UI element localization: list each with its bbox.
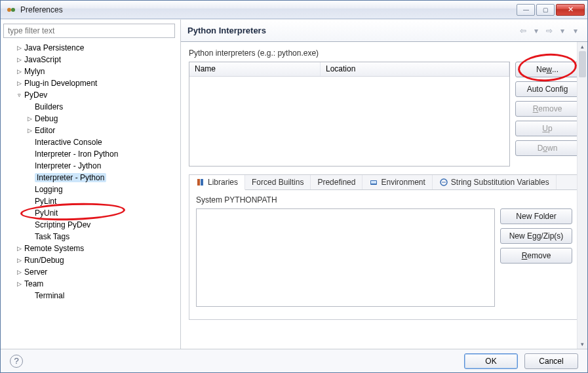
tree-item[interactable]: ▷PyLint — [3, 195, 178, 207]
back-menu-icon[interactable]: ▾ — [531, 26, 541, 35]
filter-input[interactable] — [3, 24, 175, 38]
tree-item[interactable]: ▷Java Persistence — [3, 42, 178, 54]
tree-item-label: Interactive Console — [35, 138, 102, 147]
detail-panel: Python Interpreters ⇦ ▾ ⇨ ▾ ▾ Python int… — [181, 20, 587, 349]
back-icon[interactable]: ⇦ — [518, 26, 528, 35]
tree-item-label: Interpreter - Python — [35, 173, 106, 182]
tree-item[interactable]: ▷Editor — [3, 125, 178, 136]
tree-item[interactable]: ▷Interpreter - Jython — [3, 160, 178, 172]
maximize-button[interactable]: ▢ — [536, 4, 555, 16]
tree-item[interactable]: ▷Run/Debug — [3, 254, 178, 266]
expand-icon: ▷ — [26, 222, 33, 228]
svg-rect-3 — [201, 179, 203, 186]
collapse-icon[interactable]: ▿ — [15, 92, 23, 98]
scroll-thumb[interactable] — [579, 51, 586, 77]
tree-item-label: Interpreter - Iron Python — [35, 149, 118, 159]
view-menu-icon[interactable]: ▾ — [570, 26, 581, 35]
tree-item-label: Logging — [35, 185, 63, 194]
sub-tabs: Libraries Forced Builtins Predefined Env… — [189, 174, 579, 320]
tree-item[interactable]: ▷Server — [3, 266, 178, 278]
tree-item[interactable]: ▷Task Tags — [3, 231, 178, 243]
dialog-footer: ? OK Cancel — [1, 349, 587, 372]
minimize-button[interactable]: — — [517, 4, 535, 16]
tree-item[interactable]: ▷Interpreter - Iron Python — [3, 148, 178, 160]
expand-icon[interactable]: ▷ — [15, 56, 23, 63]
tree-item-label: Terminal — [35, 291, 64, 300]
tree-item-label: Builders — [35, 102, 63, 111]
window-title: Preferences — [20, 5, 515, 14]
expand-icon[interactable]: ▷ — [26, 127, 33, 134]
ok-button[interactable]: OK — [464, 353, 518, 369]
tree-item-label: PyDev — [24, 90, 47, 100]
tree-item[interactable]: ▷Plug-in Development — [3, 77, 178, 89]
tab-environment[interactable]: Environment — [363, 175, 432, 189]
pythonpath-list[interactable] — [196, 208, 495, 307]
vertical-scrollbar[interactable]: ▴ ▾ — [577, 42, 587, 349]
expand-icon: ▷ — [26, 198, 33, 205]
expand-icon: ▷ — [26, 186, 33, 193]
tree-item[interactable]: ▷Debug — [3, 113, 178, 125]
preferences-tree[interactable]: ▷Java Persistence▷JavaScript▷Mylyn▷Plug-… — [3, 41, 178, 336]
close-button[interactable]: ✕ — [556, 4, 585, 16]
tree-item[interactable]: ▿PyDev — [3, 89, 178, 101]
tree-item-label: Server — [24, 267, 47, 277]
cancel-button[interactable]: Cancel — [524, 353, 578, 369]
remove-button[interactable]: Remove — [515, 101, 579, 117]
expand-icon[interactable]: ▷ — [15, 68, 23, 75]
column-location[interactable]: Location — [321, 62, 509, 76]
tree-item[interactable]: ▷JavaScript — [3, 54, 178, 66]
new-egg-button[interactable]: New Egg/Zip(s) — [500, 228, 572, 244]
tree-item-label: Remote Systems — [24, 244, 84, 253]
environment-icon — [369, 178, 378, 187]
up-button[interactable]: Up — [515, 121, 579, 136]
tree-item[interactable]: ▷Builders — [3, 101, 178, 113]
preferences-window: Preferences — ▢ ✕ ▷Java Persistence▷Java… — [0, 0, 588, 373]
tree-item[interactable]: ▷Interactive Console — [3, 136, 178, 148]
new-button[interactable]: New... — [515, 62, 579, 77]
expand-icon: ▷ — [26, 151, 33, 157]
svg-rect-5 — [371, 181, 376, 184]
tree-item-label: Plug-in Development — [24, 79, 97, 88]
expand-icon[interactable]: ▷ — [15, 80, 23, 87]
tab-forced-builtins[interactable]: Forced Builtins — [245, 175, 311, 189]
tab-libraries[interactable]: Libraries — [189, 175, 245, 190]
tree-item-label: JavaScript — [24, 55, 61, 64]
expand-icon[interactable]: ▷ — [15, 45, 23, 51]
expand-icon: ▷ — [26, 292, 33, 299]
tree-item[interactable]: ▷Mylyn — [3, 66, 178, 77]
expand-icon: ▷ — [26, 233, 33, 240]
app-icon — [6, 5, 16, 15]
interpreter-table[interactable]: Name Location — [189, 62, 510, 167]
down-button[interactable]: Down — [515, 140, 579, 156]
expand-icon[interactable]: ▷ — [15, 281, 23, 287]
forward-menu-icon[interactable]: ▾ — [557, 26, 568, 35]
help-button[interactable]: ? — [10, 355, 23, 368]
tree-item[interactable]: ▷Scripting PyDev — [3, 219, 178, 231]
scroll-up-icon[interactable]: ▴ — [578, 42, 587, 51]
column-name[interactable]: Name — [189, 62, 321, 76]
tree-item-label: Debug — [35, 114, 58, 123]
expand-icon[interactable]: ▷ — [26, 115, 33, 122]
tab-string-substitution[interactable]: String Substitution Variables — [433, 175, 557, 189]
tab-predefined[interactable]: Predefined — [311, 175, 363, 189]
svg-point-0 — [7, 8, 11, 12]
svg-rect-2 — [197, 179, 200, 186]
expand-icon[interactable]: ▷ — [15, 257, 23, 264]
forward-icon[interactable]: ⇨ — [544, 26, 555, 35]
expand-icon[interactable]: ▷ — [15, 269, 23, 275]
auto-config-button[interactable]: Auto Config — [515, 81, 579, 97]
expand-icon[interactable]: ▷ — [15, 245, 23, 252]
tree-panel: ▷Java Persistence▷JavaScript▷Mylyn▷Plug-… — [1, 20, 181, 349]
tree-item[interactable]: ▷Interpreter - Python — [3, 172, 178, 184]
tree-item[interactable]: ▷Terminal — [3, 290, 178, 302]
expand-icon: ▷ — [26, 174, 33, 181]
svg-point-1 — [11, 8, 15, 12]
tree-item[interactable]: ▷Team — [3, 278, 178, 290]
new-folder-button[interactable]: New Folder — [500, 208, 572, 224]
tree-item[interactable]: ▷Remote Systems — [3, 243, 178, 254]
tree-item[interactable]: ▷Logging — [3, 184, 178, 195]
scroll-down-icon[interactable]: ▾ — [578, 340, 587, 349]
tree-item[interactable]: ▷PyUnit — [3, 207, 178, 219]
lib-remove-button[interactable]: Remove — [500, 248, 572, 264]
title-bar: Preferences — ▢ ✕ — [1, 1, 587, 19]
